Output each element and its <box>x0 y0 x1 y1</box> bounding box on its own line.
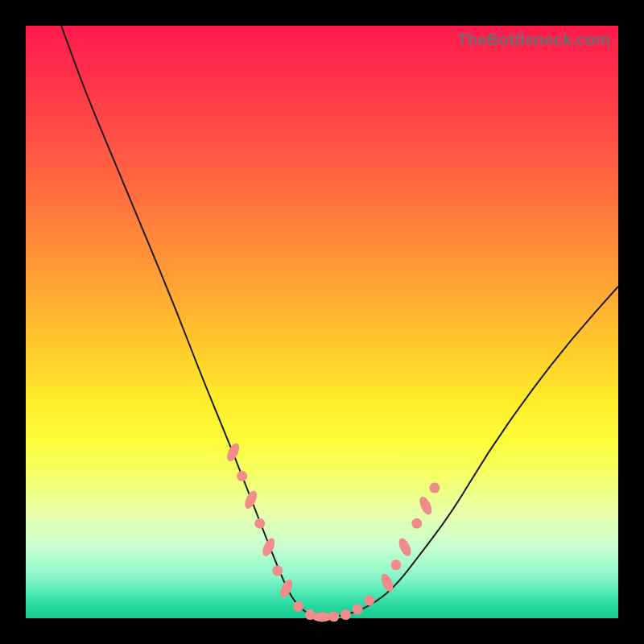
bead-marker <box>341 609 351 620</box>
bead-marker <box>242 489 259 510</box>
bead-marker <box>397 536 414 558</box>
bead-marker <box>272 566 283 576</box>
bead-marker <box>364 595 374 605</box>
curve-left-branch <box>61 26 322 618</box>
curve-right-branch <box>322 287 618 618</box>
bead-marker <box>254 518 265 529</box>
bead-marker <box>429 483 440 493</box>
bead-marker <box>237 471 247 481</box>
scatter-beads <box>225 442 440 622</box>
bead-marker <box>378 572 395 593</box>
chart-frame: TheBottleneck.com <box>0 0 644 644</box>
bead-marker <box>328 611 339 621</box>
bead-marker <box>353 604 363 614</box>
plot-area: TheBottleneck.com <box>26 26 618 618</box>
bead-marker <box>293 601 303 612</box>
bead-marker <box>225 442 242 464</box>
bead-marker <box>411 518 422 529</box>
bead-marker <box>391 559 402 570</box>
curve-svg <box>26 26 618 618</box>
bead-marker <box>417 495 434 517</box>
bead-marker <box>260 536 277 558</box>
